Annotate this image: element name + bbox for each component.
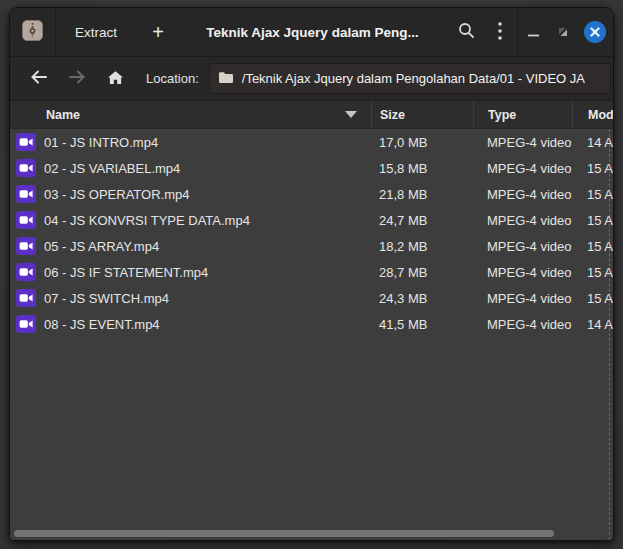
file-name-cell: 01 - JS INTRO.mp4: [10, 133, 371, 151]
column-label-modified: Modi: [588, 108, 613, 122]
forward-arrow-icon: [68, 70, 86, 87]
location-label: Location:: [146, 71, 199, 86]
horizontal-scrollbar[interactable]: [14, 530, 554, 537]
file-name: 05 - JS ARRAY.mp4: [44, 239, 159, 254]
file-type: MPEG-4 video: [473, 135, 572, 150]
file-size: 24,3 MB: [371, 291, 473, 306]
desktop-background: Extract + Teknik Ajax Jquery dalam Peng.…: [0, 0, 623, 549]
video-file-icon: [16, 133, 36, 151]
column-header-type[interactable]: Type: [473, 101, 572, 128]
restore-button[interactable]: [548, 15, 578, 49]
file-row[interactable]: 06 - JS IF STATEMENT.mp4 28,7 MB MPEG-4 …: [10, 259, 613, 285]
file-type: MPEG-4 video: [473, 161, 572, 176]
file-name-cell: 06 - JS IF STATEMENT.mp4: [10, 263, 371, 281]
location-input[interactable]: /Teknik Ajax Jquery dalam Pengolahan Dat…: [209, 63, 611, 94]
file-size: 17,0 MB: [371, 135, 473, 150]
file-name-cell: 05 - JS ARRAY.mp4: [10, 237, 371, 255]
file-name: 07 - JS SWITCH.mp4: [44, 291, 169, 306]
archive-manager-window: Extract + Teknik Ajax Jquery dalam Peng.…: [9, 7, 614, 541]
file-modified: 15 Ap: [572, 161, 613, 176]
file-modified: 15 Ap: [572, 265, 613, 280]
search-icon: [458, 22, 475, 42]
sort-descending-icon: [345, 111, 357, 118]
file-size: 15,8 MB: [371, 161, 473, 176]
file-row[interactable]: 04 - JS KONVRSI TYPE DATA.mp4 24,7 MB MP…: [10, 207, 613, 233]
window-title: Teknik Ajax Jquery dalam Peng...: [176, 25, 449, 40]
file-row[interactable]: 01 - JS INTRO.mp4 17,0 MB MPEG-4 video 1…: [10, 129, 613, 155]
menu-button[interactable]: [483, 15, 517, 49]
close-button[interactable]: [584, 21, 606, 43]
video-file-icon: [16, 185, 36, 203]
location-toolbar: Location: /Teknik Ajax Jquery dalam Peng…: [10, 56, 613, 100]
back-button[interactable]: [20, 62, 58, 96]
video-file-icon: [16, 289, 36, 307]
titlebar[interactable]: Extract + Teknik Ajax Jquery dalam Peng.…: [10, 8, 613, 56]
app-icon-zone: [10, 8, 55, 56]
file-name: 02 - JS VARIABEL.mp4: [44, 161, 180, 176]
location-path: /Teknik Ajax Jquery dalam Pengolahan Dat…: [242, 71, 585, 86]
file-row[interactable]: 02 - JS VARIABEL.mp4 15,8 MB MPEG-4 vide…: [10, 155, 613, 181]
file-size: 21,8 MB: [371, 187, 473, 202]
file-type: MPEG-4 video: [473, 265, 572, 280]
forward-button[interactable]: [58, 62, 96, 96]
home-icon: [107, 70, 124, 88]
file-name: 08 - JS EVENT.mp4: [44, 317, 160, 332]
file-name: 03 - JS OPERATOR.mp4: [44, 187, 189, 202]
column-header-name[interactable]: Name: [10, 101, 371, 128]
file-type: MPEG-4 video: [473, 317, 572, 332]
extract-button[interactable]: Extract: [56, 8, 136, 56]
video-file-icon: [16, 237, 36, 255]
file-size: 41,5 MB: [371, 317, 473, 332]
file-name-cell: 07 - JS SWITCH.mp4: [10, 289, 371, 307]
file-row[interactable]: 05 - JS ARRAY.mp4 18,2 MB MPEG-4 video 1…: [10, 233, 613, 259]
column-header-modified[interactable]: Modi: [572, 101, 613, 128]
column-label-name: Name: [46, 108, 80, 122]
file-name: 04 - JS KONVRSI TYPE DATA.mp4: [44, 213, 250, 228]
close-icon: [590, 25, 600, 40]
file-modified: 14 Ap: [572, 135, 613, 150]
file-type: MPEG-4 video: [473, 187, 572, 202]
file-row[interactable]: 03 - JS OPERATOR.mp4 21,8 MB MPEG-4 vide…: [10, 181, 613, 207]
file-size: 24,7 MB: [371, 213, 473, 228]
folder-icon: [218, 70, 234, 88]
file-name-cell: 03 - JS OPERATOR.mp4: [10, 185, 371, 203]
minimize-button[interactable]: [518, 15, 548, 49]
file-modified: 15 Ap: [572, 213, 613, 228]
file-modified: 15 Ap: [572, 187, 613, 202]
file-type: MPEG-4 video: [473, 291, 572, 306]
file-modified: 15 Ap: [572, 239, 613, 254]
add-files-button[interactable]: +: [140, 15, 176, 49]
video-file-icon: [16, 263, 36, 281]
window-controls: [518, 8, 613, 56]
file-modified: 15 Ap: [572, 291, 613, 306]
video-file-icon: [16, 211, 36, 229]
search-button[interactable]: [449, 15, 483, 49]
table-header: Name Size Type Modi: [10, 100, 613, 129]
file-modified: 14 Ap: [572, 317, 613, 332]
file-name-cell: 02 - JS VARIABEL.mp4: [10, 159, 371, 177]
file-row[interactable]: 08 - JS EVENT.mp4 41,5 MB MPEG-4 video 1…: [10, 311, 613, 337]
file-type: MPEG-4 video: [473, 239, 572, 254]
file-row[interactable]: 07 - JS SWITCH.mp4 24,3 MB MPEG-4 video …: [10, 285, 613, 311]
minimize-icon: [528, 25, 539, 40]
kebab-menu-icon: [498, 22, 502, 43]
column-label-size: Size: [380, 108, 405, 122]
home-button[interactable]: [96, 62, 134, 96]
restore-icon: [558, 25, 568, 40]
archive-zip-icon: [22, 20, 43, 45]
column-label-type: Type: [488, 108, 516, 122]
file-name-cell: 04 - JS KONVRSI TYPE DATA.mp4: [10, 211, 371, 229]
file-name-cell: 08 - JS EVENT.mp4: [10, 315, 371, 333]
file-name: 01 - JS INTRO.mp4: [44, 135, 158, 150]
file-size: 18,2 MB: [371, 239, 473, 254]
video-file-icon: [16, 159, 36, 177]
back-arrow-icon: [30, 70, 48, 87]
column-header-size[interactable]: Size: [371, 101, 473, 128]
file-name: 06 - JS IF STATEMENT.mp4: [44, 265, 208, 280]
file-size: 28,7 MB: [371, 265, 473, 280]
file-list: 01 - JS INTRO.mp4 17,0 MB MPEG-4 video 1…: [10, 129, 613, 540]
video-file-icon: [16, 315, 36, 333]
file-type: MPEG-4 video: [473, 213, 572, 228]
